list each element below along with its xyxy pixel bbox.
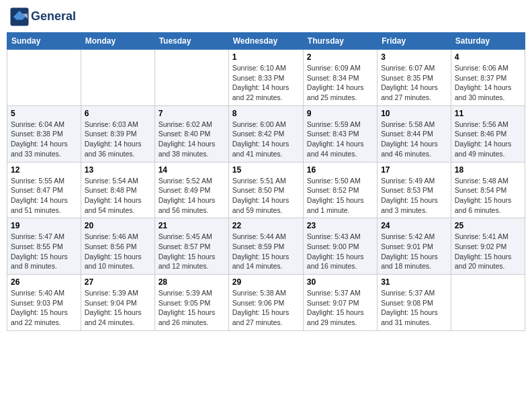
day-number: 1 — [232, 52, 300, 62]
day-number: 7 — [159, 109, 225, 118]
calendar-cell: 4 Sunrise: 6:06 AM Sunset: 8:37 PM Dayli… — [451, 50, 525, 106]
calendar-cell: 7 Sunrise: 6:02 AM Sunset: 8:40 PM Dayli… — [154, 105, 228, 162]
day-of-week-header: Sunday — [7, 33, 81, 50]
day-info: Sunrise: 6:00 AM Sunset: 8:42 PM Dayligh… — [232, 120, 300, 159]
day-info: Sunrise: 5:43 AM Sunset: 9:00 PM Dayligh… — [307, 232, 373, 271]
day-info: Sunrise: 5:54 AM Sunset: 8:48 PM Dayligh… — [85, 176, 151, 216]
calendar-cell: 5 Sunrise: 6:04 AM Sunset: 8:38 PM Dayli… — [7, 105, 81, 162]
calendar-cell: 6 Sunrise: 6:03 AM Sunset: 8:39 PM Dayli… — [81, 105, 154, 162]
calendar-table: SundayMondayTuesdayWednesdayThursdayFrid… — [7, 32, 525, 331]
day-number: 12 — [11, 165, 77, 175]
calendar-cell: 23 Sunrise: 5:43 AM Sunset: 9:00 PM Dayl… — [303, 218, 377, 275]
day-info: Sunrise: 5:41 AM Sunset: 9:02 PM Dayligh… — [455, 232, 521, 271]
day-info: Sunrise: 5:38 AM Sunset: 9:06 PM Dayligh… — [232, 288, 300, 328]
page-header: General — [7, 7, 525, 27]
day-info: Sunrise: 6:09 AM Sunset: 8:34 PM Dayligh… — [307, 63, 373, 103]
day-info: Sunrise: 5:58 AM Sunset: 8:44 PM Dayligh… — [381, 120, 447, 159]
day-number: 5 — [11, 109, 77, 118]
calendar-cell: 11 Sunrise: 5:56 AM Sunset: 8:46 PM Dayl… — [451, 105, 525, 162]
calendar-cell: 22 Sunrise: 5:44 AM Sunset: 8:59 PM Dayl… — [228, 218, 303, 275]
day-number: 15 — [232, 165, 300, 175]
calendar-cell: 30 Sunrise: 5:37 AM Sunset: 9:07 PM Dayl… — [303, 275, 377, 331]
calendar-cell: 27 Sunrise: 5:39 AM Sunset: 9:04 PM Dayl… — [81, 275, 154, 331]
day-number: 27 — [85, 277, 151, 287]
day-number: 4 — [455, 52, 521, 62]
calendar-cell: 24 Sunrise: 5:42 AM Sunset: 9:01 PM Dayl… — [378, 218, 451, 275]
day-of-week-header: Wednesday — [228, 33, 303, 50]
day-info: Sunrise: 5:51 AM Sunset: 8:50 PM Dayligh… — [232, 176, 300, 216]
day-info: Sunrise: 5:52 AM Sunset: 8:49 PM Dayligh… — [159, 176, 225, 216]
calendar-cell: 28 Sunrise: 5:39 AM Sunset: 9:05 PM Dayl… — [154, 275, 228, 331]
logo-text: General — [31, 10, 76, 24]
calendar-cell: 10 Sunrise: 5:58 AM Sunset: 8:44 PM Dayl… — [378, 105, 451, 162]
day-info: Sunrise: 5:42 AM Sunset: 9:01 PM Dayligh… — [381, 232, 447, 271]
day-number: 10 — [381, 109, 447, 118]
day-info: Sunrise: 5:37 AM Sunset: 9:08 PM Dayligh… — [381, 288, 447, 328]
calendar-cell — [81, 50, 154, 106]
calendar-cell: 31 Sunrise: 5:37 AM Sunset: 9:08 PM Dayl… — [378, 275, 451, 331]
calendar-cell: 2 Sunrise: 6:09 AM Sunset: 8:34 PM Dayli… — [303, 50, 377, 106]
calendar-cell: 13 Sunrise: 5:54 AM Sunset: 8:48 PM Dayl… — [81, 162, 154, 218]
day-info: Sunrise: 5:39 AM Sunset: 9:04 PM Dayligh… — [85, 288, 151, 328]
day-info: Sunrise: 6:04 AM Sunset: 8:38 PM Dayligh… — [11, 120, 77, 159]
day-number: 18 — [455, 165, 521, 175]
calendar-cell: 16 Sunrise: 5:50 AM Sunset: 8:52 PM Dayl… — [303, 162, 377, 218]
day-info: Sunrise: 5:46 AM Sunset: 8:56 PM Dayligh… — [85, 232, 151, 271]
calendar-cell: 15 Sunrise: 5:51 AM Sunset: 8:50 PM Dayl… — [228, 162, 303, 218]
day-number: 20 — [85, 221, 151, 230]
day-info: Sunrise: 5:47 AM Sunset: 8:55 PM Dayligh… — [11, 232, 77, 271]
day-of-week-header: Thursday — [303, 33, 377, 50]
day-number: 29 — [232, 277, 300, 287]
day-of-week-header: Tuesday — [154, 33, 228, 50]
day-info: Sunrise: 6:02 AM Sunset: 8:40 PM Dayligh… — [159, 120, 225, 159]
day-info: Sunrise: 5:44 AM Sunset: 8:59 PM Dayligh… — [232, 232, 300, 271]
day-number: 16 — [307, 165, 373, 175]
day-of-week-header: Monday — [81, 33, 154, 50]
calendar-cell: 8 Sunrise: 6:00 AM Sunset: 8:42 PM Dayli… — [228, 105, 303, 162]
calendar-cell — [154, 50, 228, 106]
day-number: 3 — [381, 52, 447, 62]
calendar-cell: 29 Sunrise: 5:38 AM Sunset: 9:06 PM Dayl… — [228, 275, 303, 331]
day-info: Sunrise: 5:56 AM Sunset: 8:46 PM Dayligh… — [455, 120, 521, 159]
day-info: Sunrise: 5:59 AM Sunset: 8:43 PM Dayligh… — [307, 120, 373, 159]
day-number: 21 — [159, 221, 225, 230]
day-info: Sunrise: 5:45 AM Sunset: 8:57 PM Dayligh… — [159, 232, 225, 271]
day-number: 31 — [381, 277, 447, 287]
calendar-cell: 12 Sunrise: 5:55 AM Sunset: 8:47 PM Dayl… — [7, 162, 81, 218]
calendar-cell: 25 Sunrise: 5:41 AM Sunset: 9:02 PM Dayl… — [451, 218, 525, 275]
calendar-cell — [7, 50, 81, 106]
day-number: 22 — [232, 221, 300, 230]
day-info: Sunrise: 5:40 AM Sunset: 9:03 PM Dayligh… — [11, 288, 77, 328]
day-info: Sunrise: 5:50 AM Sunset: 8:52 PM Dayligh… — [307, 176, 373, 216]
day-number: 26 — [11, 277, 77, 287]
day-info: Sunrise: 5:39 AM Sunset: 9:05 PM Dayligh… — [159, 288, 225, 328]
calendar-cell: 26 Sunrise: 5:40 AM Sunset: 9:03 PM Dayl… — [7, 275, 81, 331]
calendar-cell: 21 Sunrise: 5:45 AM Sunset: 8:57 PM Dayl… — [154, 218, 228, 275]
day-number: 19 — [11, 221, 77, 230]
calendar-cell: 17 Sunrise: 5:49 AM Sunset: 8:53 PM Dayl… — [378, 162, 451, 218]
day-info: Sunrise: 6:06 AM Sunset: 8:37 PM Dayligh… — [455, 63, 521, 103]
day-number: 30 — [307, 277, 373, 287]
day-number: 28 — [159, 277, 225, 287]
day-of-week-header: Saturday — [451, 33, 525, 50]
day-number: 24 — [381, 221, 447, 230]
day-info: Sunrise: 5:49 AM Sunset: 8:53 PM Dayligh… — [381, 176, 447, 216]
calendar-cell: 18 Sunrise: 5:48 AM Sunset: 8:54 PM Dayl… — [451, 162, 525, 218]
day-info: Sunrise: 5:55 AM Sunset: 8:47 PM Dayligh… — [11, 176, 77, 216]
day-number: 8 — [232, 109, 300, 118]
day-number: 23 — [307, 221, 373, 230]
day-info: Sunrise: 6:07 AM Sunset: 8:35 PM Dayligh… — [381, 63, 447, 103]
day-number: 6 — [85, 109, 151, 118]
day-info: Sunrise: 6:03 AM Sunset: 8:39 PM Dayligh… — [85, 120, 151, 159]
day-info: Sunrise: 5:48 AM Sunset: 8:54 PM Dayligh… — [455, 176, 521, 216]
day-number: 11 — [455, 109, 521, 118]
calendar-cell: 14 Sunrise: 5:52 AM Sunset: 8:49 PM Dayl… — [154, 162, 228, 218]
day-number: 2 — [307, 52, 373, 62]
day-number: 25 — [455, 221, 521, 230]
day-number: 9 — [307, 109, 373, 118]
calendar-cell: 3 Sunrise: 6:07 AM Sunset: 8:35 PM Dayli… — [378, 50, 451, 106]
calendar-cell: 1 Sunrise: 6:10 AM Sunset: 8:33 PM Dayli… — [228, 50, 303, 106]
day-number: 13 — [85, 165, 151, 175]
calendar-cell: 20 Sunrise: 5:46 AM Sunset: 8:56 PM Dayl… — [81, 218, 154, 275]
day-of-week-header: Friday — [378, 33, 451, 50]
